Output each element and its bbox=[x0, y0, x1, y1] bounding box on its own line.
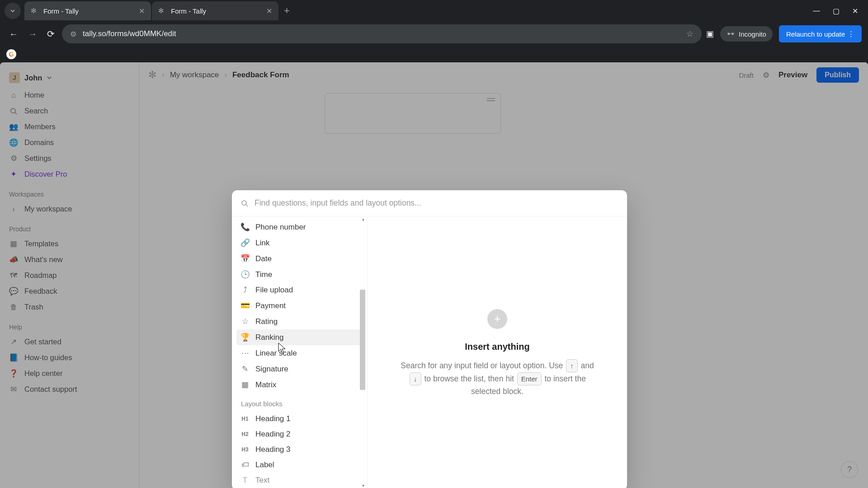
modal-search-row bbox=[232, 190, 627, 216]
bookmark-star-icon[interactable]: ☆ bbox=[686, 29, 693, 39]
app-viewport: J John ⌂Home Search 👥Members 🌐Domains ⚙S… bbox=[0, 62, 868, 488]
calendar-icon: 📅 bbox=[241, 254, 249, 263]
close-window-button[interactable]: ✕ bbox=[852, 7, 858, 15]
svg-point-2 bbox=[242, 201, 246, 205]
block-item-label: Time bbox=[255, 270, 272, 279]
block-item-label: Ranking bbox=[255, 333, 283, 342]
block-item-ranking[interactable]: 🏆Ranking bbox=[236, 329, 363, 345]
star-icon: ☆ bbox=[241, 317, 249, 326]
block-item-label: Label bbox=[255, 460, 274, 469]
browser-tab[interactable]: ✻ Form - Tally ✕ bbox=[152, 1, 278, 20]
trophy-icon: 🏆 bbox=[241, 333, 249, 342]
clock-icon: 🕒 bbox=[241, 270, 249, 279]
menu-dots-icon: ⋮ bbox=[848, 30, 854, 38]
tab-title: Form - Tally bbox=[171, 7, 206, 15]
block-item-phone[interactable]: 📞Phone number bbox=[236, 219, 363, 235]
close-tab-icon[interactable]: ✕ bbox=[266, 7, 272, 15]
back-button[interactable]: ← bbox=[6, 26, 21, 42]
block-preview-panel: + Insert anything Search for any input f… bbox=[368, 216, 627, 488]
tab-strip: ✻ Form - Tally ✕ ✻ Form - Tally ✕ + — ▢ … bbox=[0, 0, 868, 22]
block-item-link[interactable]: 🔗Link bbox=[236, 235, 363, 251]
incognito-icon: 👓 bbox=[726, 30, 735, 38]
site-settings-icon[interactable]: ⚙ bbox=[70, 30, 76, 38]
block-item-rating[interactable]: ☆Rating bbox=[236, 314, 363, 329]
block-item-label: Phone number bbox=[255, 223, 306, 232]
chevron-down-icon bbox=[10, 8, 15, 14]
block-search-input[interactable] bbox=[255, 198, 618, 208]
plus-circle-icon: + bbox=[487, 309, 507, 329]
browser-tab-active[interactable]: ✻ Form - Tally ✕ bbox=[24, 1, 151, 20]
text-icon: T bbox=[241, 476, 249, 485]
tally-favicon-icon: ✻ bbox=[158, 7, 166, 15]
relaunch-button[interactable]: Relaunch to update ⋮ bbox=[779, 25, 862, 42]
dots-icon: ⋯ bbox=[241, 348, 249, 358]
block-item-label: Link bbox=[255, 239, 269, 248]
upload-icon: ⤴ bbox=[241, 286, 249, 295]
incognito-label: Incognito bbox=[739, 30, 766, 38]
preview-description: Search for any input field or layout opt… bbox=[395, 359, 600, 398]
block-item-signature[interactable]: ✎Signature bbox=[236, 361, 363, 377]
credit-card-icon: 💳 bbox=[241, 301, 249, 310]
block-section-layout: Layout blocks bbox=[236, 393, 363, 411]
tab-search-dropdown[interactable] bbox=[5, 3, 21, 19]
close-tab-icon[interactable]: ✕ bbox=[139, 7, 145, 15]
block-item-label: Payment bbox=[255, 301, 286, 310]
block-item-label: Heading 1 bbox=[255, 414, 291, 423]
incognito-chip[interactable]: 👓 Incognito bbox=[720, 26, 773, 42]
block-list-panel[interactable]: 📞Phone number 🔗Link 📅Date 🕒Time ⤴File up… bbox=[232, 216, 368, 488]
key-down: ↓ bbox=[410, 372, 421, 385]
new-tab-button[interactable]: + bbox=[284, 5, 290, 17]
tab-title: Form - Tally bbox=[43, 7, 79, 15]
forward-button[interactable]: → bbox=[25, 26, 40, 42]
bookmark-bar: G bbox=[0, 46, 868, 62]
block-item-matrix[interactable]: ▦Matrix bbox=[236, 377, 363, 393]
tag-icon: 🏷 bbox=[241, 460, 249, 469]
maximize-button[interactable]: ▢ bbox=[833, 7, 840, 15]
url-text: tally.so/forms/wd0MMK/edit bbox=[83, 29, 176, 38]
block-item-label: Date bbox=[255, 254, 272, 263]
link-icon: 🔗 bbox=[241, 238, 249, 248]
scroll-down-arrow-icon[interactable]: ▾ bbox=[360, 483, 366, 488]
search-icon bbox=[241, 200, 248, 207]
insert-block-modal: 📞Phone number 🔗Link 📅Date 🕒Time ⤴File up… bbox=[232, 190, 627, 488]
block-item-label: Heading 3 bbox=[255, 445, 291, 454]
relaunch-label: Relaunch to update bbox=[786, 30, 845, 38]
block-item-label: Rating bbox=[255, 317, 278, 326]
list-scrollbar[interactable]: ▴ ▾ bbox=[360, 216, 366, 488]
block-item-label: Signature bbox=[255, 365, 288, 374]
svg-line-3 bbox=[246, 205, 248, 206]
key-up: ↑ bbox=[566, 359, 578, 372]
google-bookmark[interactable]: G bbox=[6, 49, 16, 59]
block-item-label: Linear scale bbox=[255, 349, 297, 358]
h2-icon: H2 bbox=[241, 431, 249, 437]
extensions-icon[interactable]: ▣ bbox=[706, 29, 714, 39]
h3-icon: H3 bbox=[241, 446, 249, 453]
scroll-up-arrow-icon[interactable]: ▴ bbox=[360, 216, 366, 224]
h1-icon: H1 bbox=[241, 416, 249, 422]
block-item-label: Text bbox=[255, 476, 269, 485]
block-item-label[interactable]: 🏷Label bbox=[236, 457, 363, 473]
block-item-heading-2[interactable]: H2Heading 2 bbox=[236, 427, 363, 442]
address-bar[interactable]: ⚙ tally.so/forms/wd0MMK/edit ☆ bbox=[62, 24, 702, 43]
scroll-thumb[interactable] bbox=[360, 290, 365, 390]
browser-chrome: ✻ Form - Tally ✕ ✻ Form - Tally ✕ + — ▢ … bbox=[0, 0, 868, 53]
block-item-heading-1[interactable]: H1Heading 1 bbox=[236, 411, 363, 427]
block-item-label: File upload bbox=[255, 286, 293, 295]
block-item-payment[interactable]: 💳Payment bbox=[236, 298, 363, 314]
block-item-time[interactable]: 🕒Time bbox=[236, 267, 363, 282]
block-item-date[interactable]: 📅Date bbox=[236, 251, 363, 267]
block-item-heading-3[interactable]: H3Heading 3 bbox=[236, 442, 363, 457]
window-controls: — ▢ ✕ bbox=[813, 7, 868, 15]
key-enter: Enter bbox=[517, 372, 542, 385]
tally-favicon-icon: ✻ bbox=[31, 7, 39, 15]
block-item-text[interactable]: TText bbox=[236, 473, 363, 488]
browser-toolbar: ← → ⟳ ⚙ tally.so/forms/wd0MMK/edit ☆ ▣ 👓… bbox=[0, 22, 868, 46]
preview-title: Insert anything bbox=[465, 342, 529, 352]
block-item-linear-scale[interactable]: ⋯Linear scale bbox=[236, 345, 363, 361]
phone-icon: 📞 bbox=[241, 222, 249, 232]
block-item-label: Heading 2 bbox=[255, 430, 291, 439]
grid-icon: ▦ bbox=[241, 380, 249, 389]
block-item-file-upload[interactable]: ⤴File upload bbox=[236, 282, 363, 298]
minimize-button[interactable]: — bbox=[813, 7, 820, 15]
reload-button[interactable]: ⟳ bbox=[44, 26, 57, 42]
